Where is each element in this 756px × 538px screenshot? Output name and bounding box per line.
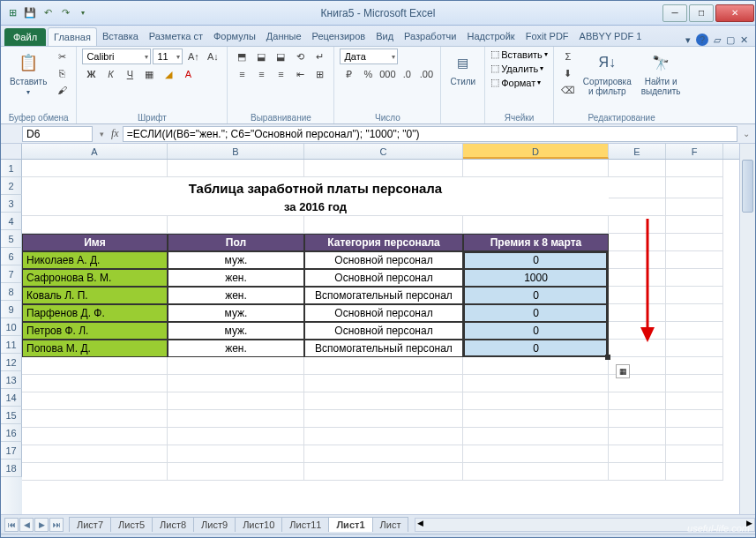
decrease-font-icon[interactable]: A↓ [204, 49, 221, 64]
cell[interactable] [168, 463, 304, 481]
fill-color-icon[interactable]: ◢ [160, 66, 177, 82]
cell[interactable] [463, 357, 609, 375]
cell[interactable] [463, 445, 609, 463]
cell[interactable]: 0 [463, 251, 609, 269]
cell[interactable] [666, 269, 723, 287]
row-header-3[interactable]: 3 [1, 195, 22, 213]
cell[interactable] [22, 216, 168, 234]
cell[interactable]: 0 [463, 340, 609, 357]
cell[interactable] [304, 428, 463, 445]
cell[interactable] [609, 160, 666, 177]
cell[interactable]: 0 [463, 304, 609, 322]
tab-главная[interactable]: Главная [48, 27, 97, 46]
row-header-13[interactable]: 13 [1, 371, 22, 389]
comma-icon[interactable]: 000 [378, 66, 396, 82]
cell[interactable] [463, 392, 609, 410]
cell[interactable] [168, 216, 304, 234]
cell[interactable] [463, 375, 609, 392]
cell[interactable]: Основной персонал [304, 322, 463, 340]
cell[interactable] [304, 375, 463, 392]
cell[interactable]: жен. [168, 269, 304, 287]
cell[interactable]: Основной персонал [304, 304, 463, 322]
percent-icon[interactable]: % [359, 66, 377, 82]
dropdown-icon[interactable]: ▾ [75, 5, 91, 21]
cell[interactable] [304, 160, 463, 177]
row-header-2[interactable]: 2 [1, 177, 22, 195]
cell[interactable] [666, 251, 723, 269]
tab-формулы[interactable]: Формулы [208, 27, 261, 46]
increase-font-icon[interactable]: A↑ [184, 49, 202, 64]
cell[interactable] [609, 177, 666, 198]
cell[interactable] [609, 445, 666, 463]
cell[interactable] [463, 216, 609, 234]
cell[interactable]: Основной персонал [304, 269, 463, 287]
cell[interactable]: 1000 [463, 269, 609, 287]
sheet-tab-Лист[interactable]: Лист [372, 517, 409, 532]
tab-вид[interactable]: Вид [371, 27, 399, 46]
grid[interactable]: Таблица заработной платы персоналаза 201… [22, 160, 739, 514]
cell[interactable] [22, 428, 168, 445]
row-header-7[interactable]: 7 [1, 265, 22, 283]
paste-button[interactable]: 📋 Вставить ▾ [6, 49, 50, 98]
maximize-button[interactable]: □ [689, 4, 714, 22]
sheet-tab-Лист8[interactable]: Лист8 [152, 517, 194, 532]
cell[interactable] [609, 463, 666, 481]
row-header-12[interactable]: 12 [1, 354, 22, 371]
row-header-6[interactable]: 6 [1, 248, 22, 265]
scrollbar-thumb[interactable] [742, 160, 753, 213]
cell[interactable] [666, 322, 723, 340]
cell[interactable]: Вспомогательный персонал [304, 340, 463, 357]
vertical-scrollbar[interactable] [739, 144, 755, 514]
merge-icon[interactable]: ⊞ [311, 66, 328, 82]
decrease-decimal-icon[interactable]: .00 [417, 66, 435, 82]
tab-надстройк[interactable]: Надстройк [461, 27, 520, 46]
last-sheet-icon[interactable]: ⏭ [49, 518, 64, 532]
tab-разработчи[interactable]: Разработчи [399, 27, 461, 46]
autofill-options-icon[interactable]: ▦ [616, 364, 630, 378]
cell[interactable]: Коваль Л. П. [22, 287, 168, 304]
cell[interactable] [304, 410, 463, 428]
align-top-icon[interactable]: ⬒ [233, 49, 251, 64]
cell[interactable] [609, 410, 666, 428]
cell[interactable]: Попова М. Д. [22, 340, 168, 357]
sheet-tab-Лист1[interactable]: Лист1 [328, 517, 372, 532]
indent-left-icon[interactable]: ⇤ [291, 66, 309, 82]
delete-cells-button[interactable]: ⬚ Удалить ▾ [490, 63, 548, 74]
close-button[interactable]: ✕ [715, 4, 754, 22]
cell[interactable]: муж. [168, 251, 304, 269]
cell[interactable]: Таблица заработной платы персонала [22, 177, 609, 198]
align-bottom-icon[interactable]: ⬓ [272, 49, 289, 64]
cell[interactable]: Пол [168, 234, 304, 251]
cell[interactable] [304, 445, 463, 463]
cell[interactable] [666, 304, 723, 322]
cell[interactable] [609, 198, 666, 216]
align-left-icon[interactable]: ≡ [233, 66, 251, 82]
column-header-C[interactable]: C [304, 144, 463, 159]
column-header-D[interactable]: D [463, 144, 609, 159]
tab-abbyy pdf 1[interactable]: ABBYY PDF 1 [574, 27, 647, 46]
tab-разметка ст[interactable]: Разметка ст [144, 27, 208, 46]
cell[interactable] [463, 463, 609, 481]
select-all-corner[interactable] [1, 144, 22, 160]
cell[interactable] [609, 428, 666, 445]
row-header-5[interactable]: 5 [1, 230, 22, 248]
cell[interactable] [168, 357, 304, 375]
cut-icon[interactable]: ✂ [53, 49, 71, 64]
file-tab[interactable]: Файл [4, 28, 46, 46]
cell[interactable] [666, 340, 723, 357]
cell[interactable] [22, 463, 168, 481]
sheet-tab-Лист11[interactable]: Лист11 [281, 517, 329, 532]
tab-рецензиров[interactable]: Рецензиров [307, 27, 371, 46]
cell[interactable] [666, 198, 723, 216]
tab-данные[interactable]: Данные [261, 27, 307, 46]
cell[interactable] [304, 357, 463, 375]
formula-input[interactable]: =ЕСЛИ(И(B6="жен."; C6="Основной персонал… [123, 126, 737, 142]
cell[interactable] [304, 463, 463, 481]
more-icon[interactable]: ▾ [685, 34, 691, 46]
cell[interactable] [463, 428, 609, 445]
sheet-tab-Лист9[interactable]: Лист9 [193, 517, 236, 532]
row-header-14[interactable]: 14 [1, 389, 22, 407]
cell[interactable] [304, 392, 463, 410]
cell[interactable]: 0 [463, 322, 609, 340]
cell[interactable]: Имя [22, 234, 168, 251]
